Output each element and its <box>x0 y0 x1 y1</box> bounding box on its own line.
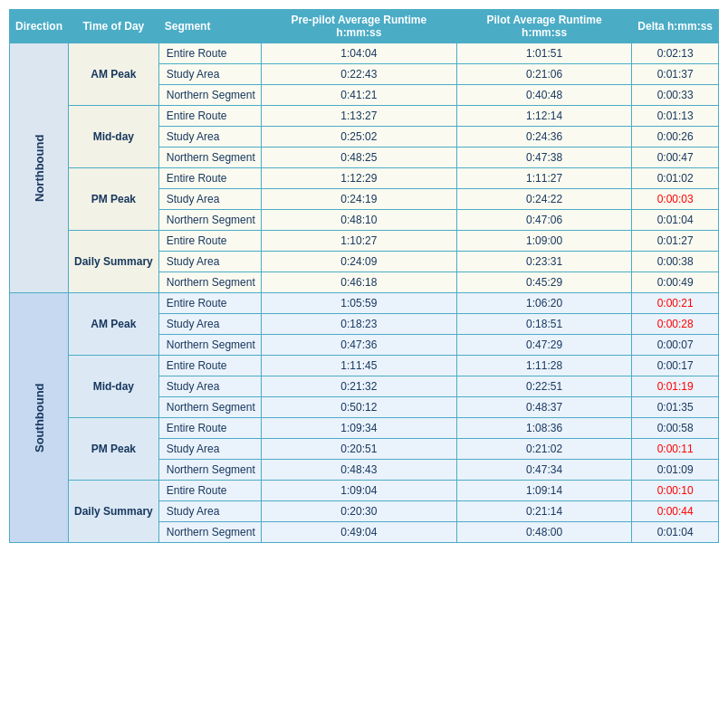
pilot-value: 0:47:38 <box>456 148 631 168</box>
direction-southbound: Southbound <box>10 293 69 543</box>
segment-cell: Northern Segment <box>158 85 261 106</box>
direction-northbound: Northbound <box>10 43 69 293</box>
pilot-value: 0:18:51 <box>456 314 631 335</box>
prepilot-value: 1:12:29 <box>261 168 456 189</box>
delta-value: 0:01:35 <box>632 397 719 418</box>
prepilot-value: 1:09:34 <box>261 418 456 439</box>
delta-value: 0:00:10 <box>632 481 719 501</box>
timeofday-cell: PM Peak <box>69 418 159 481</box>
segment-cell: Study Area <box>158 127 261 148</box>
timeofday-cell: Mid-day <box>69 106 159 168</box>
prepilot-value: 0:20:30 <box>261 501 456 522</box>
delta-value: 0:00:07 <box>632 335 719 356</box>
prepilot-value: 0:49:04 <box>261 522 456 543</box>
delta-value: 0:00:03 <box>632 189 719 210</box>
segment-cell: Entire Route <box>158 43 261 64</box>
pilot-value: 1:12:14 <box>456 106 631 127</box>
delta-value: 0:02:13 <box>632 43 719 64</box>
segment-cell: Northern Segment <box>158 272 261 293</box>
pilot-value: 1:09:14 <box>456 481 631 501</box>
pilot-value: 0:48:00 <box>456 522 631 543</box>
delta-value: 0:01:37 <box>632 64 719 85</box>
prepilot-value: 0:24:19 <box>261 189 456 210</box>
timeofday-cell: Mid-day <box>69 356 159 418</box>
delta-value: 0:01:19 <box>632 376 719 397</box>
runtime-table: Direction Time of Day Segment Pre-pilot … <box>9 9 719 543</box>
delta-value: 0:01:09 <box>632 460 719 481</box>
delta-value: 0:00:28 <box>632 314 719 335</box>
delta-value: 0:00:26 <box>632 127 719 148</box>
pilot-value: 0:45:29 <box>456 272 631 293</box>
prepilot-value: 0:22:43 <box>261 64 456 85</box>
delta-value: 0:00:49 <box>632 272 719 293</box>
pilot-value: 1:11:27 <box>456 168 631 189</box>
delta-value: 0:01:27 <box>632 231 719 252</box>
delta-value: 0:01:04 <box>632 522 719 543</box>
timeofday-cell: Daily Summary <box>69 481 159 543</box>
prepilot-value: 1:10:27 <box>261 231 456 252</box>
segment-cell: Entire Route <box>158 356 261 376</box>
pilot-value: 0:21:06 <box>456 64 631 85</box>
segment-cell: Study Area <box>158 64 261 85</box>
segment-cell: Entire Route <box>158 231 261 252</box>
pilot-value: 1:08:36 <box>456 418 631 439</box>
header-delta: Delta h:mm:ss <box>632 10 719 43</box>
pilot-value: 0:24:22 <box>456 189 631 210</box>
delta-value: 0:01:04 <box>632 210 719 231</box>
prepilot-value: 1:13:27 <box>261 106 456 127</box>
pilot-value: 1:11:28 <box>456 356 631 376</box>
prepilot-value: 1:09:04 <box>261 481 456 501</box>
segment-cell: Study Area <box>158 189 261 210</box>
delta-value: 0:01:13 <box>632 106 719 127</box>
pilot-value: 0:21:14 <box>456 501 631 522</box>
pilot-value: 0:47:29 <box>456 335 631 356</box>
pilot-value: 0:22:51 <box>456 376 631 397</box>
prepilot-value: 0:18:23 <box>261 314 456 335</box>
segment-cell: Study Area <box>158 314 261 335</box>
delta-value: 0:00:11 <box>632 439 719 460</box>
pilot-value: 0:23:31 <box>456 252 631 272</box>
segment-cell: Entire Route <box>158 418 261 439</box>
pilot-value: 0:24:36 <box>456 127 631 148</box>
timeofday-cell: AM Peak <box>69 43 159 106</box>
segment-cell: Northern Segment <box>158 397 261 418</box>
pilot-value: 0:21:02 <box>456 439 631 460</box>
delta-value: 0:00:47 <box>632 148 719 168</box>
prepilot-value: 1:04:04 <box>261 43 456 64</box>
segment-cell: Northern Segment <box>158 148 261 168</box>
delta-value: 0:00:38 <box>632 252 719 272</box>
pilot-value: 0:47:06 <box>456 210 631 231</box>
pilot-value: 1:09:00 <box>456 231 631 252</box>
delta-value: 0:00:17 <box>632 356 719 376</box>
segment-cell: Northern Segment <box>158 335 261 356</box>
prepilot-value: 0:50:12 <box>261 397 456 418</box>
pilot-value: 1:01:51 <box>456 43 631 64</box>
prepilot-value: 0:48:10 <box>261 210 456 231</box>
segment-cell: Northern Segment <box>158 522 261 543</box>
delta-value: 0:00:33 <box>632 85 719 106</box>
header-direction: Direction <box>10 10 69 43</box>
segment-cell: Study Area <box>158 439 261 460</box>
segment-cell: Study Area <box>158 376 261 397</box>
prepilot-value: 0:20:51 <box>261 439 456 460</box>
prepilot-value: 0:48:25 <box>261 148 456 168</box>
prepilot-value: 0:41:21 <box>261 85 456 106</box>
prepilot-value: 1:11:45 <box>261 356 456 376</box>
pilot-value: 0:48:37 <box>456 397 631 418</box>
pilot-value: 0:40:48 <box>456 85 631 106</box>
segment-cell: Northern Segment <box>158 460 261 481</box>
header-timeofday: Time of Day <box>69 10 159 43</box>
timeofday-cell: Daily Summary <box>69 231 159 293</box>
prepilot-value: 0:47:36 <box>261 335 456 356</box>
timeofday-cell: AM Peak <box>69 293 159 356</box>
segment-cell: Entire Route <box>158 106 261 127</box>
segment-cell: Study Area <box>158 252 261 272</box>
prepilot-value: 0:24:09 <box>261 252 456 272</box>
delta-value: 0:01:02 <box>632 168 719 189</box>
prepilot-value: 0:21:32 <box>261 376 456 397</box>
header-pilot: Pilot Average Runtime h:mm:ss <box>456 10 631 43</box>
pilot-value: 1:06:20 <box>456 293 631 314</box>
prepilot-value: 0:48:43 <box>261 460 456 481</box>
header-segment: Segment <box>158 10 261 43</box>
delta-value: 0:00:44 <box>632 501 719 522</box>
